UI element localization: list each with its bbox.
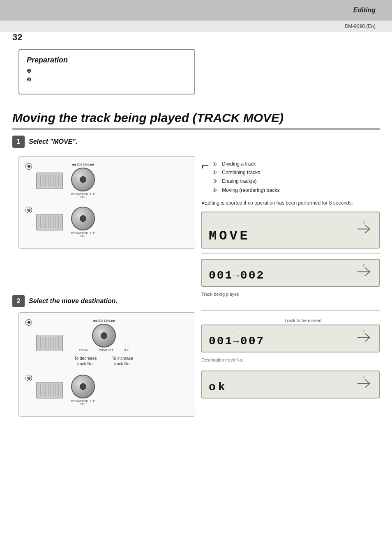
step1-jog2-col: DOWN PUSH SET U·P (71, 207, 95, 237)
header: Editing (0, 0, 392, 21)
lcd2-caption: Track being played (201, 292, 380, 297)
step1-jog1-labels: DOWN PUSH SET U·P (71, 193, 95, 198)
step1-text: Select "MOVE". (29, 138, 77, 145)
step1-jog1-inner (80, 176, 86, 183)
prep-bullet-1: ❶ (27, 68, 32, 74)
num-2: ② (212, 169, 217, 177)
num-item-2: ② : Combining tracks (212, 169, 280, 177)
step1-sub2-row: ❷ DOWN PUSH SET U·P (25, 207, 188, 237)
lcd1-icon: ? (353, 219, 374, 241)
svg-text:?: ? (362, 375, 364, 380)
right-panel-step1: ⌐ ① : Dividing a track ② : Combining tra… (201, 160, 380, 297)
spacer (201, 362, 380, 371)
lcd-display-2: · · · · · · · · · · · · · · · · 001→002 … (201, 259, 380, 287)
to-decrease-label: To decrease track No. (71, 356, 100, 366)
step2-jog1-inner (101, 332, 107, 339)
page-number: 32 (12, 32, 22, 43)
prep-item-1: ❶ (27, 67, 187, 76)
num-item-3: ③ : Erasing track(s) (212, 177, 280, 185)
lcd-display-1: · · · · · · · · · · · · · · · · MOVE ? (201, 212, 380, 249)
num-text-1: : Dividing a track (219, 160, 256, 168)
step1-sub1-devices: ◀◀ JOG DIAL ▶▶ DOWN PUSH SET U·P (36, 163, 95, 198)
step1-jog2 (71, 207, 95, 230)
step2-jog2-inner (80, 383, 86, 390)
lcd3-icon: ? (353, 327, 374, 350)
svg-text:?: ? (362, 221, 364, 225)
step2-divider (201, 310, 380, 311)
step2-jog2-col: DOWN PUSH SET U·P (71, 375, 95, 405)
step1-jog1-top-label: ◀◀ JOG DIAL ▶▶ (71, 163, 95, 166)
step2-jog1-col: ◀◀ JOG DIAL ▶▶ DOWN PUSH SET U·P To decr… (71, 319, 137, 366)
step2-down-label: DOWN (79, 349, 88, 352)
num-col: ① : Dividing a track ② : Combining track… (212, 160, 280, 194)
lcd-display-4: · · · · · · · · · · · · · · · · ok ? (201, 371, 380, 398)
step1-down-label: DOWN (71, 193, 80, 198)
main-title: Moving the track being played (TRACK MOV… (12, 111, 380, 130)
step1-j2-pushset-label: PUSH SET (80, 232, 90, 237)
step2-jog1-top-label: ◀◀ JOG DIAL ▶▶ (92, 319, 115, 322)
step1-j2-up-label: U·P (90, 232, 95, 237)
step1-sub1-bullet: ❶ (25, 163, 32, 170)
numbered-list: ⌐ ① : Dividing a track ② : Combining tra… (201, 160, 380, 194)
lcd4-dotrow: · · · · · · · · · · · · · · · · (209, 375, 372, 380)
step1-pushset-label: PUSH SET (80, 193, 90, 198)
svg-text:?: ? (362, 263, 364, 267)
num-1: ① (212, 160, 217, 168)
bracket-left: ⌐ (201, 159, 209, 172)
step1-j2-down-label: DOWN (71, 232, 80, 237)
step2-sub2-row: ❷ DOWN PUSH SET U·P (25, 375, 188, 405)
num-text-4: : Moving (reordering) tracks (219, 187, 280, 194)
prep-item-2: ❷ (27, 76, 187, 84)
lcd4-text: ok (209, 381, 228, 394)
lcd2-dotrow: · · · · · · · · · · · · · · · · (209, 264, 372, 268)
lcd1-text: MOVE (209, 228, 250, 244)
lcd-display-3: · · · · · · · · · · · · · · · · 001→007 … (201, 325, 380, 352)
step2-sub2-bullet: ❷ (25, 375, 32, 381)
divider-1 (201, 253, 380, 254)
lcd2-icon: ? (353, 261, 374, 284)
preparation-title: Preparation (27, 56, 187, 64)
step1-jog2-labels: DOWN PUSH SET U·P (71, 232, 95, 237)
step1-sub2-devices: DOWN PUSH SET U·P (36, 207, 95, 237)
step1-up-label: U·P (90, 193, 95, 198)
svg-text:?: ? (362, 329, 364, 334)
lcd2-main: 001→002 (209, 269, 372, 282)
model-label: DM-9090 (En) (345, 23, 376, 29)
prep-bullet-2: ❷ (27, 76, 32, 83)
step1-circle: 1 (12, 136, 25, 148)
step2-device2 (36, 382, 63, 398)
lcd1-dots: · · (209, 216, 372, 221)
step2-text: Select the move destination. (29, 297, 118, 305)
lcd1-dotrow: · · · · · · · · · · · · · · (209, 223, 372, 228)
lcd3-text: 001→007 (209, 335, 265, 348)
step2-j2-up-label: U·P (90, 400, 95, 405)
to-increase-label: To increase track No. (108, 356, 137, 366)
num-item-1: ① : Dividing a track (212, 160, 280, 168)
step1-device1 (36, 173, 63, 189)
step1-jog1 (71, 168, 95, 191)
bullet-note: ●Editing is aborted if no operation has … (201, 200, 380, 206)
step1-diagram-box: ❶ ◀◀ JOG DIAL ▶▶ DOWN PUSH SET U·P ❷ (18, 156, 195, 249)
step2-sub2-devices: DOWN PUSH SET U·P (36, 375, 95, 405)
num-text-3: : Erasing track(s) (219, 177, 257, 185)
step1-device2 (36, 214, 63, 230)
track-to-be-moved-label: Track to be moved (226, 318, 380, 323)
header-title: Editing (353, 7, 376, 14)
sub-header: DM-9090 (En) (0, 21, 392, 32)
lcd3-caption: Destination track No. (201, 357, 380, 362)
lcd4-main: ok (209, 381, 372, 394)
step2-pushset-label: PUSH SET (99, 349, 113, 352)
step2-j2-down-label: DOWN (71, 400, 80, 405)
step2-jog2 (71, 375, 95, 398)
step2-circle: 2 (12, 295, 25, 307)
step1-sub2-bullet: ❷ (25, 207, 32, 213)
step2-diagram-box: ❶ ◀◀ JOG DIAL ▶▶ DOWN PUSH SET U·P To de… (18, 312, 195, 417)
right-panel-step2: Track to be moved · · · · · · · · · · · … (201, 310, 380, 403)
step2-sub1-bullet: ❶ (25, 319, 32, 326)
step1-jog1-col: ◀◀ JOG DIAL ▶▶ DOWN PUSH SET U·P (71, 163, 95, 198)
step2-j2-pushset-label: PUSH SET (80, 400, 90, 405)
num-item-4: ④ : Moving (reordering) tracks (212, 187, 280, 194)
lcd1-main: MOVE (209, 228, 372, 244)
step2-jog2-labels: DOWN PUSH SET U·P (71, 400, 95, 405)
lcd3-main: 001→007 (209, 335, 372, 348)
